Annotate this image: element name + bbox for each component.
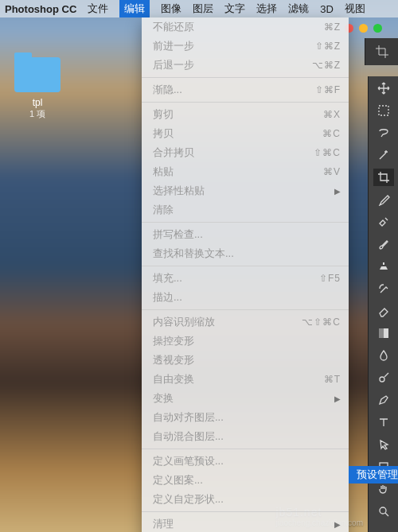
menu-item-label: 定义画笔预设... xyxy=(153,454,341,468)
menu-item-label: 剪切 xyxy=(153,107,323,122)
tools-panel xyxy=(368,76,398,532)
menu-item: 清理▶ xyxy=(142,515,349,532)
menu-item-shortcut: ⇧⌘F xyxy=(315,84,341,95)
menu-item-label: 操控变形 xyxy=(153,334,341,348)
menu-item-label: 拼写检查... xyxy=(153,227,341,242)
marquee-tool-icon[interactable] xyxy=(373,102,394,119)
menu-item-label: 定义图案... xyxy=(153,473,341,487)
zoom-tool-icon[interactable] xyxy=(373,503,394,520)
eraser-tool-icon[interactable] xyxy=(373,302,394,320)
menu-separator xyxy=(142,222,349,223)
menu-item-shortcut: ⌥⇧⌘C xyxy=(302,316,341,328)
menu-item-shortcut: ⇧⌘C xyxy=(314,147,341,158)
menu-file[interactable]: 文件 xyxy=(88,2,108,16)
dodge-tool-icon[interactable] xyxy=(373,369,394,386)
menu-item-label: 填充... xyxy=(153,271,319,285)
submenu-arrow-icon: ▶ xyxy=(334,187,341,196)
app-name: Photoshop CC xyxy=(5,3,76,15)
move-tool-icon[interactable] xyxy=(373,80,394,97)
eyedropper-tool-icon[interactable] xyxy=(373,191,394,208)
menu-item: 透视变形 xyxy=(142,351,349,370)
menu-item-label: 后退一步 xyxy=(153,58,312,72)
brush-tool-icon[interactable] xyxy=(373,235,394,253)
menu-filter[interactable]: 滤镜 xyxy=(288,2,309,16)
healing-brush-tool-icon[interactable] xyxy=(373,213,394,231)
path-selection-tool-icon[interactable] xyxy=(373,436,394,453)
menu-item-label: 透视变形 xyxy=(153,353,341,367)
presets-submenu-item[interactable]: 预设管理器... xyxy=(349,466,398,483)
menu-item-label: 拷贝 xyxy=(153,126,322,141)
menu-separator xyxy=(142,266,349,266)
menu-item: 内容识别缩放⌥⇧⌘C xyxy=(142,313,349,332)
menu-item-shortcut: ⌘Z xyxy=(324,21,341,33)
svg-point-3 xyxy=(380,377,384,382)
menu-item-label: 合并拷贝 xyxy=(153,146,314,160)
menu-item-shortcut: ⌘C xyxy=(322,128,341,139)
menu-item: 自动混合图层... xyxy=(142,427,349,446)
gradient-tool-icon[interactable] xyxy=(373,324,394,342)
folder-name: tpl xyxy=(14,97,60,108)
svg-rect-0 xyxy=(379,106,388,115)
menu-item: 剪切⌘X xyxy=(142,105,349,124)
type-tool-icon[interactable] xyxy=(373,414,394,431)
menu-item-shortcut: ⌘V xyxy=(323,166,341,177)
menu-item: 描边... xyxy=(142,288,349,307)
folder-icon xyxy=(14,57,60,92)
menu-item: 不能还原⌘Z xyxy=(142,17,349,37)
menu-item: 粘贴⌘V xyxy=(142,162,349,181)
blur-tool-icon[interactable] xyxy=(373,347,394,364)
clone-stamp-tool-icon[interactable] xyxy=(373,258,394,275)
menu-separator xyxy=(142,77,349,78)
menu-item: 填充...⇧F5 xyxy=(142,269,349,288)
svg-point-5 xyxy=(380,507,386,514)
menu-type[interactable]: 文字 xyxy=(224,2,245,16)
menu-item-label: 描边... xyxy=(153,290,341,305)
menu-item: 定义自定形状... xyxy=(142,490,349,509)
menu-item-label: 前进一步 xyxy=(153,39,315,53)
menu-item: 变换▶ xyxy=(142,389,349,408)
menu-item: 前进一步⇧⌘Z xyxy=(142,37,349,56)
svg-rect-2 xyxy=(379,328,384,338)
menu-item: 定义画笔预设... xyxy=(142,452,349,471)
folder-subtitle: 1 项 xyxy=(14,108,60,120)
zoom-button[interactable] xyxy=(373,24,382,33)
menu-item: 清除 xyxy=(142,200,349,219)
crop-tool-icon[interactable] xyxy=(373,169,394,186)
submenu-label: 预设管理器... xyxy=(357,468,398,482)
menu-separator xyxy=(142,511,349,512)
menu-item: 后退一步⌥⌘Z xyxy=(142,56,349,75)
menu-item-label: 定义自定形状... xyxy=(153,492,341,507)
menu-select[interactable]: 选择 xyxy=(256,2,277,16)
menu-layer[interactable]: 图层 xyxy=(193,2,213,16)
menu-item-shortcut: ⌘T xyxy=(324,374,341,385)
pen-tool-icon[interactable] xyxy=(373,391,394,409)
menu-image[interactable]: 图像 xyxy=(161,2,181,16)
menu-item-label: 清除 xyxy=(153,203,341,217)
history-brush-tool-icon[interactable] xyxy=(373,280,394,297)
crop-options-icon[interactable] xyxy=(365,38,398,65)
magic-wand-tool-icon[interactable] xyxy=(373,146,394,164)
menu-item-label: 自动对齐图层... xyxy=(153,410,341,425)
desktop-folder[interactable]: tpl 1 项 xyxy=(14,57,60,120)
menu-item-label: 内容识别缩放 xyxy=(153,315,302,329)
menu-view[interactable]: 视图 xyxy=(345,2,365,16)
menu-item-shortcut: ⇧⌘Z xyxy=(315,41,341,52)
submenu-arrow-icon: ▶ xyxy=(334,394,341,403)
menu-item: 自由变换⌘T xyxy=(142,370,349,389)
menu-item-label: 不能还原 xyxy=(153,20,324,34)
menu-item: 选择性粘贴▶ xyxy=(142,181,349,200)
menu-item: 操控变形 xyxy=(142,332,349,351)
lasso-tool-icon[interactable] xyxy=(373,124,394,142)
menu-edit[interactable]: 编辑 xyxy=(119,0,150,17)
minimize-button[interactable] xyxy=(359,24,368,33)
menu-3d[interactable]: 3D xyxy=(320,3,334,15)
menu-item: 合并拷贝⇧⌘C xyxy=(142,143,349,162)
menu-item-label: 渐隐... xyxy=(153,83,315,97)
submenu-arrow-icon: ▶ xyxy=(334,520,341,529)
menu-item-shortcut: ⌘X xyxy=(323,109,341,120)
menu-item: 渐隐...⇧⌘F xyxy=(142,80,349,99)
menu-item-shortcut: ⇧F5 xyxy=(319,273,341,284)
menu-item-shortcut: ⌥⌘Z xyxy=(312,60,341,71)
menu-item: 拷贝⌘C xyxy=(142,124,349,143)
menu-item: 定义图案... xyxy=(142,471,349,490)
